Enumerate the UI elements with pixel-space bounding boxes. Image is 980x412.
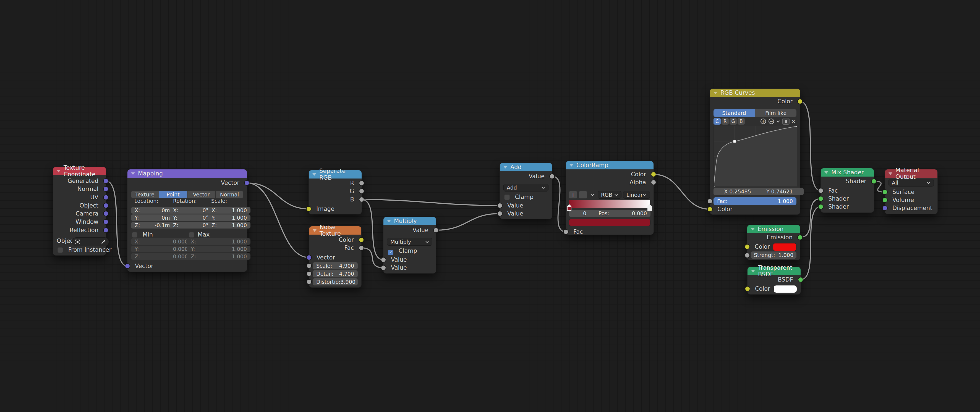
zoom-out-icon[interactable]: −	[768, 119, 774, 124]
tab-film-like[interactable]: Film like	[755, 109, 796, 117]
channel-g-button[interactable]: G	[730, 118, 737, 125]
ramp-handle-1[interactable]	[648, 204, 652, 212]
node-header[interactable]: Add	[500, 163, 552, 171]
socket-distortion[interactable]	[306, 279, 312, 285]
rotation-y-field[interactable]: Y:0°	[169, 215, 212, 221]
point-y-field[interactable]: Y 0.74621	[756, 188, 803, 196]
node-texture-coordinate[interactable]: Texture Coordinate Generated Normal UV O…	[53, 167, 106, 256]
socket-shader-1[interactable]	[818, 196, 824, 202]
socket-camera[interactable]	[103, 211, 109, 216]
socket-r[interactable]	[359, 180, 364, 186]
max-group[interactable]: Max	[189, 231, 210, 239]
add-stop-button[interactable]: +	[569, 191, 577, 199]
socket-reflection[interactable]	[103, 227, 109, 233]
collapse-triangle-icon[interactable]	[888, 172, 892, 175]
scale-z-field[interactable]: Z:1.000	[208, 222, 250, 229]
rotation-z-field[interactable]: Z:0°	[169, 222, 212, 229]
transparent-color-swatch[interactable]	[773, 285, 797, 293]
point-x-field[interactable]: X 0.25485	[714, 188, 762, 196]
collapse-triangle-icon[interactable]	[312, 173, 316, 176]
node-colorramp[interactable]: ColorRamp Color Alpha + − RGB Linear 0 P…	[566, 161, 654, 235]
node-mix-shader[interactable]: Mix Shader Shader Fac Shader Shader	[821, 168, 874, 213]
color-ramp-gradient[interactable]	[569, 200, 651, 208]
node-header[interactable]: ColorRamp	[566, 161, 654, 169]
channel-b-button[interactable]: B	[738, 118, 745, 125]
socket-normal[interactable]	[103, 186, 109, 192]
socket-color[interactable]	[358, 237, 364, 243]
object-picker-field[interactable]	[72, 237, 109, 246]
socket-object[interactable]	[103, 203, 109, 208]
collapse-triangle-icon[interactable]	[131, 172, 135, 175]
max-checkbox[interactable]	[189, 232, 194, 238]
node-header[interactable]: Separate RGB	[309, 170, 361, 178]
min-z-field[interactable]: Z:0.000	[131, 253, 192, 260]
socket-fac[interactable]	[563, 229, 569, 235]
ramp-handle-0[interactable]	[567, 204, 572, 212]
from-instancer-checkbox[interactable]	[57, 247, 63, 253]
node-rgb-curves[interactable]: RGB Curves Color Standard Film like C R …	[710, 88, 800, 215]
socket-value-out[interactable]	[549, 173, 555, 179]
eyedropper-icon[interactable]	[101, 240, 106, 244]
node-separate-rgb[interactable]: Separate RGB R G B Image	[309, 170, 362, 215]
clamp-checkbox[interactable]: ✓	[388, 250, 393, 255]
socket-emission[interactable]	[797, 235, 803, 240]
socket-value-2[interactable]	[381, 265, 386, 270]
socket-surface[interactable]	[882, 189, 888, 195]
socket-image[interactable]	[306, 206, 312, 212]
socket-color-out[interactable]	[797, 99, 803, 104]
rotation-x-field[interactable]: X:0°	[169, 207, 212, 213]
collapse-triangle-icon[interactable]	[824, 171, 828, 174]
interpolation-dropdown[interactable]: Linear	[623, 191, 650, 199]
socket-vector-in[interactable]	[125, 263, 130, 269]
location-x-field[interactable]: X:0m	[131, 207, 173, 213]
collapse-triangle-icon[interactable]	[751, 228, 755, 231]
socket-generated[interactable]	[103, 178, 109, 184]
node-header[interactable]: RGB Curves	[710, 89, 800, 97]
distortion-field[interactable]: Distortio:3.900	[313, 278, 358, 285]
location-y-field[interactable]: Y:0m	[131, 215, 173, 221]
node-header[interactable]: Texture Coordinate	[53, 167, 106, 175]
collapse-triangle-icon[interactable]	[387, 220, 391, 223]
scale-y-field[interactable]: Y:1.000	[208, 215, 250, 221]
location-z-field[interactable]: Z:-0.1m	[131, 222, 173, 229]
operation-dropdown[interactable]: Multiply	[387, 238, 432, 246]
operation-dropdown[interactable]: Add	[503, 184, 549, 191]
min-checkbox[interactable]	[132, 232, 137, 238]
socket-shader-out[interactable]	[871, 178, 877, 184]
strength-field[interactable]: Strengt:1.000	[751, 251, 796, 259]
socket-vector[interactable]	[306, 255, 312, 260]
socket-bsdf[interactable]	[798, 277, 803, 282]
emission-color-swatch[interactable]	[773, 243, 796, 251]
node-material-output[interactable]: Material Output All Surface Volume Displ…	[885, 169, 938, 214]
node-math-multiply[interactable]: Multiply Value Multiply ✓ Clamp Value Va…	[383, 216, 436, 274]
stop-color-swatch[interactable]	[569, 219, 651, 226]
min-y-field[interactable]: Y:0.000	[131, 246, 192, 252]
channel-r-button[interactable]: R	[722, 118, 729, 125]
collapse-triangle-icon[interactable]	[751, 270, 755, 272]
stop-position-field[interactable]: Pos:0.000	[595, 210, 651, 217]
node-header[interactable]: Noise Texture	[309, 226, 361, 235]
socket-color[interactable]	[651, 172, 656, 177]
node-header[interactable]: Mix Shader	[821, 168, 874, 177]
remove-stop-button[interactable]: −	[579, 191, 587, 199]
socket-window[interactable]	[103, 219, 109, 225]
color-mode-dropdown[interactable]: RGB	[598, 191, 622, 199]
socket-color-in[interactable]	[707, 207, 713, 212]
detail-field[interactable]: Detail:4.700	[313, 270, 358, 277]
socket-shader-2[interactable]	[818, 204, 824, 210]
fac-slider[interactable]: Fac:1.000	[714, 197, 796, 205]
collapse-triangle-icon[interactable]	[503, 166, 507, 169]
node-emission[interactable]: Emission Emission Color Strengt:1.000	[747, 225, 800, 260]
node-noise-texture[interactable]: Noise Texture Color Fac Vector Scale:4.9…	[309, 226, 361, 288]
socket-fac[interactable]	[358, 245, 364, 251]
socket-detail[interactable]	[306, 271, 312, 277]
node-header[interactable]: Transparent BSDF	[748, 267, 800, 275]
socket-value-out[interactable]	[433, 227, 439, 233]
delete-curve-icon[interactable]: ×	[791, 118, 796, 125]
socket-value-1[interactable]	[497, 203, 503, 208]
socket-uv[interactable]	[103, 194, 109, 200]
collapse-triangle-icon[interactable]	[57, 170, 60, 172]
clamp-row[interactable]: ✓ Clamp	[383, 247, 436, 255]
clamp-row[interactable]: Clamp	[500, 193, 552, 201]
node-header[interactable]: Material Output	[885, 169, 937, 178]
